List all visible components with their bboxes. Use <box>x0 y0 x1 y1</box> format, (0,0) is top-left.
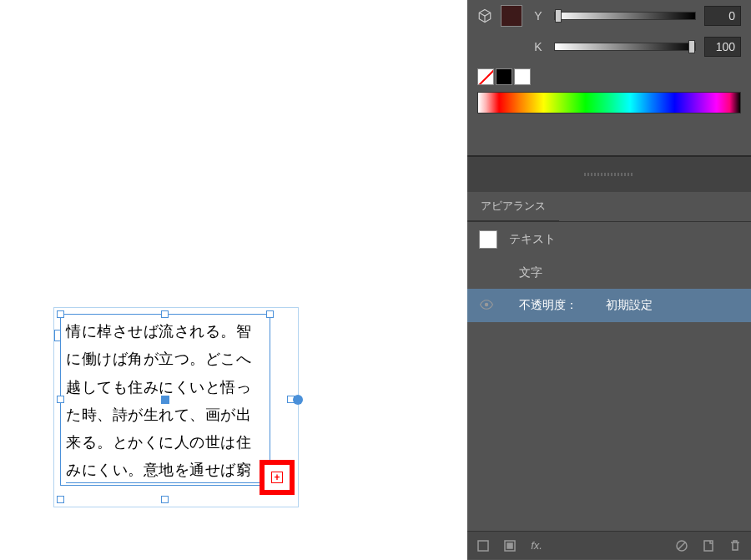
appearance-tab[interactable]: アピアランス <box>467 192 559 221</box>
swatch-black[interactable] <box>496 68 512 85</box>
swatch-row <box>467 62 751 88</box>
appearance-row-text[interactable]: テキスト <box>467 222 751 257</box>
overflow-indicator-inner: + <box>271 472 283 483</box>
panel-dock: Y K アピアランス <box>467 0 751 560</box>
handle-middle-left[interactable] <box>57 396 64 403</box>
handle-top-right[interactable] <box>266 310 274 318</box>
color-row-y: Y <box>467 0 751 32</box>
overflow-plus-icon: + <box>274 472 280 482</box>
stroke-box-icon[interactable] <box>476 538 491 553</box>
char-label: 文字 <box>519 265 542 280</box>
new-icon[interactable] <box>701 538 716 553</box>
cube-icon[interactable] <box>477 8 492 23</box>
color-spectrum[interactable] <box>477 92 741 114</box>
slider-y-track[interactable] <box>554 12 696 20</box>
slider-y-thumb[interactable] <box>555 9 562 23</box>
fill-box-icon[interactable] <box>502 538 517 553</box>
color-panel: Y K <box>467 0 751 157</box>
handle-bottom-middle[interactable] <box>161 496 169 503</box>
appearance-row-char[interactable]: 文字 <box>467 257 751 289</box>
svg-rect-3 <box>507 543 512 548</box>
in-port-handle[interactable] <box>54 330 61 341</box>
canvas-area[interactable]: 情に棹させば流される。智に働けば角が立つ。どこへ越しても住みにくいと悟った時、詩… <box>0 0 467 560</box>
text-fill-swatch[interactable] <box>479 230 497 249</box>
swatch-white[interactable] <box>514 68 531 85</box>
appearance-row-opacity[interactable]: 不透明度： 初期設定 <box>467 289 751 322</box>
svg-line-5 <box>678 542 685 549</box>
slider-k-track[interactable] <box>554 43 696 51</box>
text-frame-wrapper: 情に棹させば流される。智に働けば角が立つ。どこへ越しても住みにくいと悟った時、詩… <box>60 314 270 486</box>
opacity-value: 初期設定 <box>606 298 653 313</box>
appearance-body: テキスト 文字 不透明度： 初期設定 <box>467 221 751 322</box>
svg-rect-1 <box>478 541 488 551</box>
opacity-label: 不透明度： <box>519 298 577 313</box>
swatch-none[interactable] <box>477 68 494 85</box>
handle-top-left[interactable] <box>57 310 64 318</box>
color-row-k: K <box>467 32 751 62</box>
text-baseline <box>66 482 266 483</box>
slider-y-label: Y <box>531 9 546 23</box>
appearance-panel: アピアランス テキスト 文字 不透明度： 初期設定 <box>467 192 751 559</box>
svg-rect-6 <box>704 541 713 551</box>
overflow-out-port[interactable]: + <box>260 460 295 495</box>
slider-k-value[interactable] <box>704 37 741 57</box>
slider-y-value[interactable] <box>704 6 741 26</box>
handle-top-middle[interactable] <box>161 310 169 318</box>
color-swatch[interactable] <box>501 5 522 27</box>
svg-point-0 <box>485 303 489 307</box>
appearance-footer: fx. <box>467 531 751 559</box>
clear-icon[interactable] <box>674 538 689 553</box>
text-frame[interactable]: 情に棹させば流される。智に働けば角が立つ。どこへ越しても住みにくいと悟った時、詩… <box>60 314 270 486</box>
fx-icon[interactable]: fx. <box>529 538 544 553</box>
eye-icon[interactable] <box>479 297 496 314</box>
anchor-point[interactable] <box>293 395 303 405</box>
slider-k-thumb[interactable] <box>688 40 695 53</box>
slider-k-label: K <box>531 40 546 53</box>
trash-icon[interactable] <box>728 538 743 553</box>
text-label: テキスト <box>509 232 556 247</box>
handle-bottom-left[interactable] <box>57 496 64 503</box>
center-marker[interactable] <box>161 396 169 404</box>
panel-divider[interactable] <box>467 157 751 192</box>
